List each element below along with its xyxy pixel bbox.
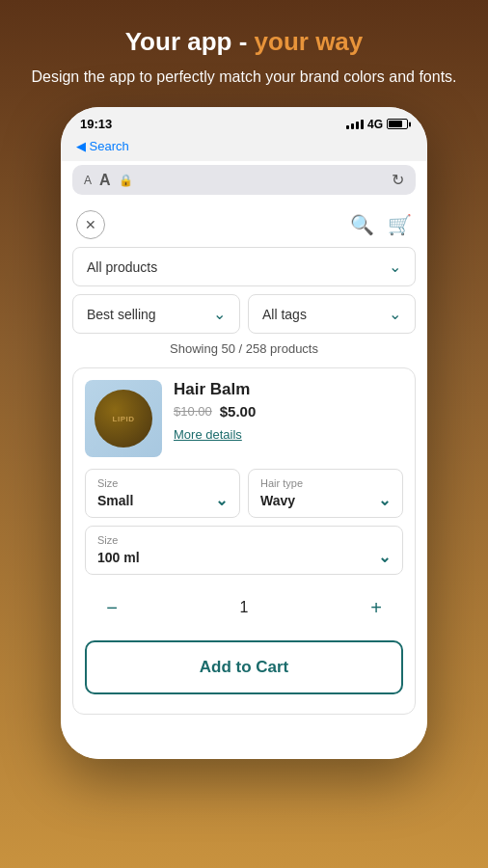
results-count: Showing 50 / 258 products	[72, 341, 416, 356]
chevron-down-icon: ⌄	[215, 491, 228, 509]
chevron-down-icon: ⌄	[378, 548, 391, 566]
product-top: LIPID Hair Balm $10.00 $5.00 More detail…	[85, 380, 403, 457]
chevron-down-icon: ⌄	[389, 305, 401, 323]
more-details-link[interactable]: More details	[174, 427, 242, 442]
size-label: Size	[97, 477, 228, 489]
chevron-down-icon: ⌄	[389, 258, 401, 276]
signal-icon	[346, 120, 364, 129]
sort-label: Best selling	[87, 307, 156, 322]
top-actions: ✕ 🔍 🛒	[72, 203, 416, 247]
header-highlight: your way	[255, 27, 364, 56]
quantity-row: − 1 +	[85, 584, 403, 631]
tags-label: All tags	[262, 307, 307, 322]
reload-icon[interactable]: ↻	[392, 171, 404, 189]
close-icon: ✕	[85, 217, 96, 232]
browser-bar: A A 🔒 ↻	[72, 165, 416, 195]
chevron-down-icon: ⌄	[378, 491, 391, 509]
status-bar: 19:13 4G	[61, 107, 427, 137]
chevron-down-icon: ⌄	[213, 305, 226, 323]
size-value-row: Small ⌄	[97, 491, 228, 509]
size-dropdown[interactable]: Size Small ⌄	[85, 469, 240, 518]
browser-font-controls: A A 🔒	[84, 172, 133, 189]
battery-icon	[387, 119, 408, 129]
variant-row-1: Size Small ⌄ Hair type Wavy ⌄	[85, 469, 403, 518]
network-label: 4G	[367, 118, 383, 131]
ml-label: Size	[97, 534, 391, 546]
size-value: Small	[97, 493, 133, 508]
phone-content: ✕ 🔍 🛒 All products ⌄ Best selling ⌄ All …	[61, 203, 427, 740]
close-button[interactable]: ✕	[76, 210, 105, 239]
action-icons: 🔍 🛒	[350, 213, 412, 236]
back-button[interactable]: ◀ Search	[76, 139, 129, 153]
decrease-qty-button[interactable]: −	[96, 592, 127, 623]
ml-dropdown[interactable]: Size 100 ml ⌄	[85, 526, 403, 575]
font-large-icon: A	[99, 172, 111, 189]
product-info: Hair Balm $10.00 $5.00 More details	[174, 380, 403, 457]
increase-qty-button[interactable]: +	[361, 592, 392, 623]
ml-value-row: 100 ml ⌄	[97, 548, 391, 566]
phone-mockup: 19:13 4G ◀ Search A A 🔒 ↻	[61, 107, 427, 759]
qty-value: 1	[240, 599, 249, 616]
search-icon[interactable]: 🔍	[350, 213, 374, 236]
nav-bar[interactable]: ◀ Search	[61, 137, 427, 161]
hair-type-label: Hair type	[260, 477, 391, 489]
product-price: $10.00 $5.00	[174, 403, 403, 420]
header-subtitle: Design the app to perfectly match your b…	[31, 67, 456, 88]
lock-icon: 🔒	[119, 174, 133, 187]
header-title: Your app - your way	[31, 27, 456, 57]
bottom-spacer	[61, 740, 427, 759]
filter-row: Best selling ⌄ All tags ⌄	[72, 294, 416, 334]
tags-dropdown[interactable]: All tags ⌄	[248, 294, 416, 334]
status-right: 4G	[346, 118, 408, 131]
add-to-cart-button[interactable]: Add to Cart	[85, 640, 403, 694]
promo-header: Your app - your way Design the app to pe…	[2, 0, 485, 107]
product-name: Hair Balm	[174, 380, 403, 399]
all-products-dropdown[interactable]: All products ⌄	[72, 247, 416, 286]
original-price: $10.00	[174, 404, 212, 419]
sale-price: $5.00	[220, 403, 257, 420]
ml-value: 100 ml	[97, 550, 140, 565]
product-image: LIPID	[85, 380, 162, 457]
product-img-label: LIPID	[113, 415, 135, 423]
product-card: LIPID Hair Balm $10.00 $5.00 More detail…	[72, 367, 416, 715]
cart-icon[interactable]: 🛒	[388, 213, 412, 236]
hair-type-value-row: Wavy ⌄	[260, 491, 391, 509]
hair-type-value: Wavy	[260, 493, 295, 508]
sort-dropdown[interactable]: Best selling ⌄	[72, 294, 240, 334]
status-time: 19:13	[80, 117, 112, 131]
font-small-icon: A	[84, 174, 92, 187]
hair-type-dropdown[interactable]: Hair type Wavy ⌄	[248, 469, 403, 518]
product-img-visual: LIPID	[95, 390, 152, 448]
all-products-label: All products	[87, 259, 157, 275]
